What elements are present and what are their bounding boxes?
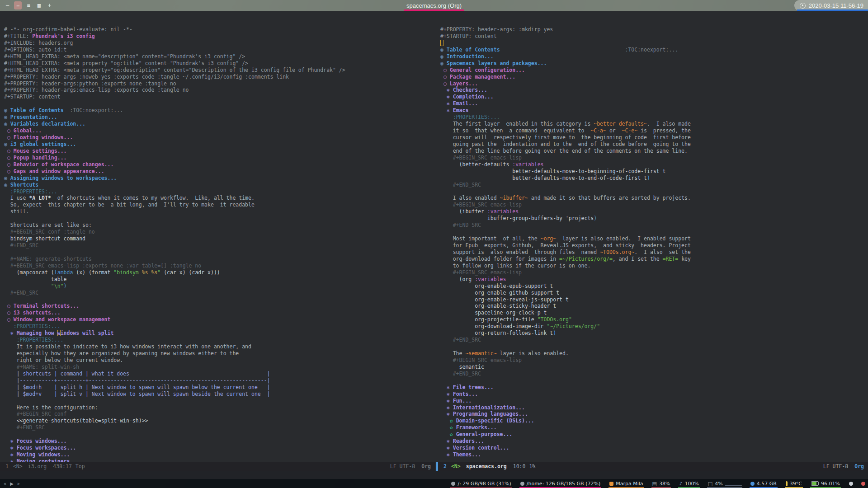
editor-line: org-enable-epub-support t bbox=[440, 283, 868, 290]
editor-line: #+BEGIN_SRC conf :tangle no bbox=[4, 229, 435, 235]
battery-module[interactable]: 96.01% bbox=[810, 479, 841, 488]
cpu-sparkline: ▁▁▁▁▁▁▁ bbox=[725, 482, 741, 486]
editor-line: ◉ Introduction... bbox=[440, 53, 868, 60]
editor-line: ○ Behavior of workspace changes... bbox=[4, 161, 435, 168]
editor-line: #+BEGIN_SRC emacs-lisp bbox=[440, 202, 868, 208]
editor-line: ibuffer-group-buffers-by 'projects) bbox=[440, 215, 868, 222]
media-controls: «▶» bbox=[0, 481, 20, 486]
editor-line: <<generate-shortcuts(table=split-win-sh)… bbox=[4, 418, 435, 424]
editor-line: #+END_SRC bbox=[440, 182, 868, 188]
editor-line: ✱ Themes... bbox=[440, 451, 868, 458]
left-buffer-text[interactable]: # -*- org-confirm-babel-evaluate: nil -*… bbox=[4, 26, 435, 465]
new-window-icon[interactable]: + bbox=[46, 1, 53, 9]
editor-line: ○ Global... bbox=[4, 127, 435, 134]
editor-line: It is possible to indicate to i3 how win… bbox=[4, 343, 435, 350]
editor-line: So, expect this chapter to be a bit long… bbox=[4, 202, 435, 208]
editor-line: still. bbox=[4, 208, 435, 215]
editor-line: ✱ Focus windows... bbox=[4, 438, 435, 445]
editor-line: #+END_SRC bbox=[4, 290, 435, 296]
volume-module[interactable]: ♪100% bbox=[678, 479, 699, 488]
memory-value: 38% bbox=[659, 481, 670, 487]
cpu-module[interactable]: □4%▁▁▁▁▁▁▁ bbox=[707, 479, 742, 488]
editor-line: ○ General configuration... bbox=[440, 67, 868, 74]
editor-line: ◉ Shortcuts bbox=[4, 182, 435, 188]
music-track-module[interactable]: Marpa Mila bbox=[609, 479, 644, 488]
editor-line: table bbox=[4, 276, 435, 283]
tray-icon-2[interactable] bbox=[861, 482, 865, 486]
tray-icon-1[interactable] bbox=[849, 482, 853, 486]
memory-module[interactable]: ▤38% bbox=[651, 479, 671, 488]
editor-line: better-defaults-move-to-beginning-of-cod… bbox=[440, 168, 868, 175]
layout-splith-icon[interactable]: — bbox=[4, 1, 11, 9]
editor-line: (ibuffer :variables bbox=[440, 208, 868, 215]
editor-line: ✿ Frameworks... bbox=[440, 424, 868, 431]
editor-line: Here is the configuration: bbox=[4, 404, 435, 411]
layout-stacking-icon[interactable]: = bbox=[14, 1, 22, 9]
memory-icon: ▤ bbox=[652, 481, 657, 486]
cursor-position: 438:17 bbox=[53, 463, 72, 469]
disk-home-icon bbox=[520, 482, 524, 486]
editor-line: #+OPTIONS: auto-id:t bbox=[4, 47, 435, 53]
editor-line: The ~semantic~ layer is also enabled. bbox=[440, 350, 868, 357]
editor-line bbox=[4, 431, 435, 438]
buffer-name: spacemacs.org bbox=[466, 463, 507, 469]
disk-home-module[interactable]: /home: 126 GB/185 GB (72%) bbox=[519, 479, 601, 488]
editor-line: #+INCLUDE: headers.org bbox=[4, 40, 435, 47]
clock-icon bbox=[800, 3, 806, 9]
editor-line: support is also enabled through files na… bbox=[440, 249, 868, 256]
editor-line: #+HTML_HEAD_EXTRA: <meta name="descripti… bbox=[4, 53, 435, 60]
editor-line: ✱ Email... bbox=[440, 100, 868, 107]
editor-line: #+END_SRC bbox=[440, 222, 868, 229]
battery-icon bbox=[811, 481, 819, 486]
right-modeline: 2<N>spacemacs.org10:01% LF UTF-8Org bbox=[436, 462, 868, 471]
editor-line: ✱ Completion... bbox=[440, 94, 868, 100]
major-mode: Org bbox=[854, 463, 864, 469]
editor-line: bindsym shortcut command bbox=[4, 235, 435, 242]
major-mode: Org bbox=[421, 463, 431, 469]
cpu-icon: □ bbox=[708, 481, 712, 486]
editor-line: "\n") bbox=[4, 283, 435, 290]
editor-line: (better-defaults :variables bbox=[440, 161, 868, 168]
encoding-indicator: LF UTF-8 bbox=[823, 463, 848, 469]
layout-grid-icon[interactable]: ▦ bbox=[35, 1, 43, 9]
left-editor-window[interactable]: # -*- org-confirm-babel-evaluate: nil -*… bbox=[0, 11, 435, 471]
music-track-value: Marpa Mila bbox=[616, 481, 643, 487]
editor-line: | $mod+h | split h | Next window to spaw… bbox=[4, 384, 435, 391]
editor-line: ✱ Programming languages... bbox=[440, 411, 868, 418]
media-next-icon[interactable]: » bbox=[17, 481, 20, 486]
right-buffer-text[interactable]: #+PROPERTY: header-args: :mkdirp yes#+ST… bbox=[440, 26, 868, 458]
editor-line: ○ i3 shortcuts... bbox=[4, 310, 435, 316]
editor-line: #+END_SRC bbox=[440, 371, 868, 377]
editor-line: ○ Layers... bbox=[440, 80, 868, 87]
disk-home-value: /home: 126 GB/185 GB (72%) bbox=[527, 481, 600, 487]
editor-line: #+HTML_HEAD_EXTRA: <meta property="og:de… bbox=[4, 67, 435, 74]
editor-line: #+STARTUP: content bbox=[4, 94, 435, 100]
editor-line: I use *A LOT* of shortcuts when it comes… bbox=[4, 195, 435, 202]
desktop: —=≡▦+ spacemacs.org (Org) 2020-03-15 11-… bbox=[0, 0, 868, 488]
editor-line: ◉ Assigning windows to workspaces... bbox=[4, 175, 435, 182]
disk-root-module[interactable]: /: 29 GB/98 GB (31%) bbox=[450, 479, 512, 488]
editor-line: ✱ Fun... bbox=[440, 398, 868, 404]
right-editor-window[interactable]: #+PROPERTY: header-args: :mkdirp yes#+ST… bbox=[436, 11, 868, 471]
editor-line: The first layer enabled in this category… bbox=[440, 121, 868, 127]
media-previous-icon[interactable]: « bbox=[4, 481, 6, 486]
layout-tabbed-icon[interactable]: ≡ bbox=[24, 1, 32, 9]
volume-value: 100% bbox=[684, 481, 698, 487]
window-number: 1 bbox=[5, 463, 9, 469]
editor-line: ○ Terminal shortcuts... bbox=[4, 303, 435, 310]
editor-line: #+BEGIN_SRC emacs-lisp bbox=[440, 155, 868, 161]
status-modules: /: 29 GB/98 GB (31%)/home: 126 GB/185 GB… bbox=[450, 479, 868, 488]
editor-line: org-download-image-dir "~/Pictures/org/" bbox=[440, 323, 868, 330]
editor-line bbox=[4, 100, 435, 107]
left-modeline: 1<N>i3.org438:17Top LF UTF-8Org bbox=[0, 462, 435, 471]
editor-line: :PROPERTIES:... bbox=[4, 188, 435, 195]
editor-line: ✱ Version control... bbox=[440, 445, 868, 451]
media-play-icon[interactable]: ▶ bbox=[10, 481, 14, 486]
editor-line: it so that when a command equivalent to … bbox=[440, 127, 868, 134]
editor-line: right or below the current window. bbox=[4, 357, 435, 364]
clock-module[interactable]: 2020-03-15 11-56-19 bbox=[794, 0, 868, 11]
editor-line: ✿ Domain-specific (DSLs)... bbox=[440, 418, 868, 424]
temperature-module[interactable]: 39°C bbox=[785, 479, 803, 488]
cpu-value: 4% bbox=[715, 481, 722, 487]
ram-used-module[interactable]: 4.57 GB bbox=[750, 479, 778, 488]
